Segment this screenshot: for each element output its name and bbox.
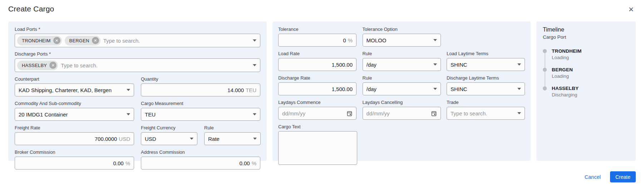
timeline-item: HASSELBY Discharging (543, 86, 629, 97)
caret-down-icon (517, 63, 521, 66)
spacer (447, 27, 525, 47)
discharge-rule-value: /day (367, 86, 431, 92)
commodity-label: Commodity And Sub-commodity (15, 101, 134, 106)
freight-currency-label: Freight Currency (141, 125, 197, 130)
dialog-footer: Cancel Create (585, 171, 636, 182)
freight-rate-input[interactable] (19, 133, 117, 145)
freight-rule-select[interactable]: Rate (204, 132, 261, 145)
freight-rate-field: USD (15, 132, 134, 145)
quantity-input[interactable] (145, 84, 244, 96)
quantity-label: Quantity (141, 76, 260, 82)
broker-commission-unit: % (126, 160, 130, 166)
load-laytime-terms-select[interactable]: SHINC (447, 58, 525, 71)
caret-down-icon (127, 89, 130, 91)
cargo-measurement-group: Cargo Measurement TEU (141, 101, 260, 121)
laydays-commence-input[interactable] (282, 107, 344, 119)
trade-label: Trade (447, 100, 525, 105)
tolerance-input[interactable] (282, 34, 346, 46)
timeline-activity: Discharging (552, 92, 629, 97)
caret-down-icon (433, 88, 437, 90)
discharge-laytime-terms-select[interactable]: SHINC (447, 82, 525, 95)
timeline-items: TRONDHEIM Loading BERGEN Loading HASSELB… (543, 48, 629, 97)
load-ports-group: Load Ports * TRONDHEIM ✕ BERGEN ✕ (15, 27, 260, 47)
rates-terms-panel: Tolerance % Tolerance Option MOLOO (272, 22, 531, 161)
caret-down-icon (433, 63, 437, 66)
quantity-field: TEU (141, 84, 260, 96)
spacer (447, 124, 525, 165)
tolerance-group: Tolerance % (278, 27, 357, 47)
timeline-panel: Timeline Cargo Port TRONDHEIM Loading BE… (536, 22, 636, 161)
laydays-commence-field (278, 107, 357, 120)
discharge-rate-input[interactable] (282, 83, 353, 95)
caret-down-icon (433, 39, 437, 41)
load-ports-label: Load Ports * (15, 27, 260, 32)
load-rule-value: /day (367, 62, 431, 68)
broker-commission-field: % (15, 157, 134, 170)
counterpart-label: Counterpart (15, 76, 134, 82)
freight-currency-select[interactable]: USD (141, 132, 197, 145)
trade-placeholder: Type to search. (451, 110, 515, 116)
timeline-dot-icon (543, 68, 547, 72)
calendar-icon[interactable] (346, 110, 353, 116)
timeline-port: BERGEN (552, 67, 629, 72)
commodity-select[interactable]: 20 IMDG1 Container (15, 108, 134, 121)
cargo-measurement-select[interactable]: TEU (141, 108, 260, 121)
cancel-button[interactable]: Cancel (585, 174, 601, 180)
timeline-dot-icon (543, 86, 547, 90)
load-rule-group: Rule /day (363, 51, 441, 71)
address-commission-group: Address Commission % (141, 149, 260, 170)
trade-select[interactable]: Type to search. (447, 107, 525, 120)
freight-rate-group: Freight Rate USD (15, 125, 134, 145)
timeline-title: Timeline (543, 27, 629, 33)
timeline-item: TRONDHEIM Loading (543, 48, 629, 60)
timeline-activity: Loading (552, 55, 629, 60)
dialog-header: Create Cargo ✕ (0, 0, 644, 16)
laydays-commence-group: Laydays Commence (278, 100, 357, 120)
discharge-rate-field (278, 82, 357, 95)
load-laytime-terms-group: Load Laytime Terms SHINC (447, 51, 525, 71)
timeline-port: HASSELBY (552, 86, 629, 91)
caret-down-icon (517, 88, 521, 90)
discharge-rate-group: Discharge Rate (278, 75, 357, 95)
timeline-port: TRONDHEIM (552, 48, 629, 54)
chip-remove-icon[interactable]: ✕ (92, 37, 99, 44)
counterpart-select[interactable]: KAD Shipping, Charterer, KAD, Bergen (15, 84, 134, 96)
load-ports-field[interactable]: TRONDHEIM ✕ BERGEN ✕ (15, 34, 260, 47)
load-laytime-terms-value: SHINC (451, 62, 515, 68)
tolerance-option-select[interactable]: MOLOO (363, 34, 441, 47)
tolerance-unit: % (348, 37, 353, 43)
trade-group: Trade Type to search. (447, 100, 525, 120)
close-icon[interactable]: ✕ (627, 5, 635, 14)
create-button[interactable]: Create (610, 171, 636, 182)
freight-currency-value: USD (145, 136, 187, 142)
timeline-dot-icon (543, 49, 547, 53)
broker-commission-label: Broker Commission (15, 149, 134, 155)
load-rule-label: Rule (363, 51, 441, 56)
discharge-rule-select[interactable]: /day (363, 82, 441, 95)
discharge-rule-label: Rule (363, 75, 441, 81)
chip-remove-icon[interactable]: ✕ (53, 37, 60, 44)
freight-rate-label: Freight Rate (15, 125, 134, 130)
laydays-cancelling-input[interactable] (367, 107, 428, 119)
cargo-text-input[interactable] (278, 131, 357, 165)
freight-rate-unit: USD (119, 136, 130, 142)
quantity-unit: TEU (246, 87, 256, 93)
discharge-ports-label: Discharge Ports * (15, 51, 260, 57)
broker-commission-input[interactable] (19, 157, 124, 169)
load-ports-search-input[interactable] (103, 34, 250, 47)
discharge-laytime-terms-value: SHINC (451, 86, 515, 92)
caret-down-icon (253, 64, 256, 66)
timeline-subtitle: Cargo Port (543, 34, 629, 40)
discharge-ports-search-input[interactable] (61, 59, 250, 72)
load-rule-select[interactable]: /day (363, 58, 441, 71)
calendar-icon[interactable] (431, 110, 437, 116)
address-commission-input[interactable] (145, 157, 250, 169)
caret-down-icon (127, 113, 130, 115)
commodity-group: Commodity And Sub-commodity 20 IMDG1 Con… (15, 101, 134, 121)
chip-remove-icon[interactable]: ✕ (49, 62, 56, 69)
tolerance-option-label: Tolerance Option (363, 27, 441, 32)
cargo-text-group: Cargo Text (278, 124, 357, 165)
load-rate-input[interactable] (282, 58, 353, 71)
discharge-ports-field[interactable]: HASSELBY ✕ (15, 58, 260, 72)
tolerance-label: Tolerance (278, 27, 357, 32)
